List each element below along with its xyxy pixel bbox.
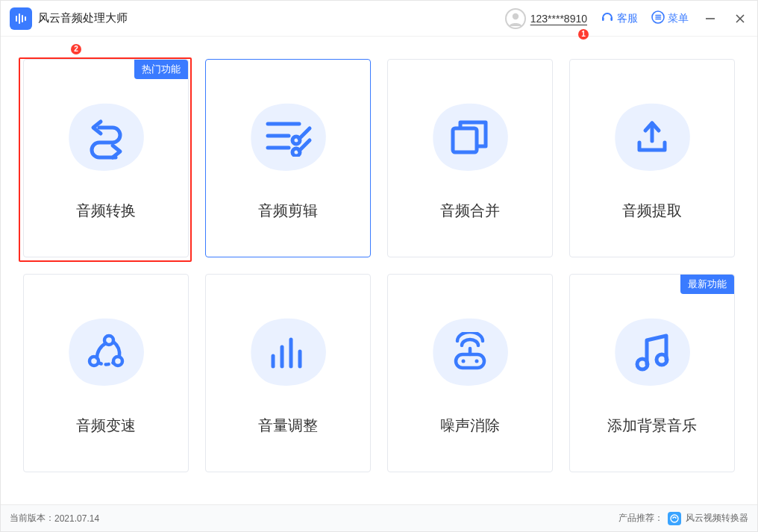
app-window: 风云音频处理大师 123****8910 1 客服 菜单 xyxy=(0,0,758,532)
svg-point-28 xyxy=(113,357,122,366)
recommend-label: 产品推荐： xyxy=(618,512,663,525)
merge-icon xyxy=(425,96,515,178)
support-label: 客服 xyxy=(617,12,638,25)
svg-line-23 xyxy=(299,128,310,139)
recommend-logo-icon xyxy=(668,512,681,525)
card-label: 添加背景音乐 xyxy=(607,416,697,436)
convert-icon xyxy=(61,96,151,178)
card-volume[interactable]: 音量调整 xyxy=(205,274,371,472)
card-label: 音量调整 xyxy=(258,416,318,436)
svg-point-35 xyxy=(462,359,466,363)
minimize-button[interactable] xyxy=(702,10,718,27)
content-area: 2 热门功能 音频转换 音频剪辑 xyxy=(1,37,757,504)
card-label: 音频转换 xyxy=(76,201,136,221)
svg-rect-6 xyxy=(602,17,604,21)
card-label: 音频提取 xyxy=(622,201,682,221)
card-label: 噪声消除 xyxy=(440,416,500,436)
svg-point-36 xyxy=(475,359,479,363)
user-cluster[interactable]: 123****8910 1 xyxy=(505,8,587,29)
close-button[interactable] xyxy=(732,10,748,27)
app-title: 风云音频处理大师 xyxy=(38,11,128,25)
footer-bar: 当前版本： 2021.07.14 产品推荐： 风云视频转换器 xyxy=(1,504,757,531)
card-audio-speed[interactable]: 音频变速 xyxy=(23,274,189,472)
svg-point-38 xyxy=(637,359,648,369)
svg-point-5 xyxy=(513,13,519,19)
version-label: 当前版本： xyxy=(10,512,54,525)
speed-icon xyxy=(61,311,151,393)
card-audio-merge[interactable]: 音频合并 xyxy=(387,59,553,257)
title-bar: 风云音频处理大师 123****8910 1 客服 菜单 xyxy=(1,1,757,37)
svg-rect-34 xyxy=(456,354,484,368)
avatar-icon xyxy=(505,8,526,29)
app-logo-icon xyxy=(10,7,32,30)
cut-icon xyxy=(243,96,333,178)
feature-grid: 热门功能 音频转换 音频剪辑 xyxy=(22,59,736,472)
svg-point-39 xyxy=(657,354,667,365)
volume-icon xyxy=(243,311,333,393)
svg-rect-25 xyxy=(453,128,477,152)
svg-rect-7 xyxy=(610,17,613,21)
card-audio-convert[interactable]: 热门功能 音频转换 xyxy=(23,59,189,257)
headset-icon xyxy=(601,10,614,26)
menu-link[interactable]: 菜单 xyxy=(651,10,689,26)
svg-point-40 xyxy=(671,515,678,522)
extract-icon xyxy=(607,96,697,178)
card-audio-cut[interactable]: 音频剪辑 xyxy=(205,59,371,257)
card-label: 音频剪辑 xyxy=(258,201,318,221)
support-link[interactable]: 客服 xyxy=(601,10,638,26)
tag-new: 最新功能 xyxy=(680,275,734,294)
titlebar-right: 123****8910 1 客服 菜单 xyxy=(505,8,748,29)
noise-icon xyxy=(425,311,515,393)
card-audio-extract[interactable]: 音频提取 xyxy=(569,59,735,257)
tag-hot: 热门功能 xyxy=(134,60,188,79)
card-label: 音频合并 xyxy=(440,201,500,221)
music-icon xyxy=(607,311,697,393)
card-noise-remove[interactable]: 噪声消除 xyxy=(387,274,553,472)
annotation-badge-2: 2 xyxy=(71,44,81,54)
version-value: 2021.07.14 xyxy=(54,513,99,524)
recommend-product-link[interactable]: 风云视频转换器 xyxy=(686,512,748,525)
user-id-link[interactable]: 123****8910 xyxy=(530,13,587,25)
card-label: 音频变速 xyxy=(76,416,136,436)
menu-list-icon xyxy=(651,10,665,26)
card-add-bgm[interactable]: 最新功能 添加背景音乐 xyxy=(569,274,735,472)
menu-label: 菜单 xyxy=(668,12,689,25)
